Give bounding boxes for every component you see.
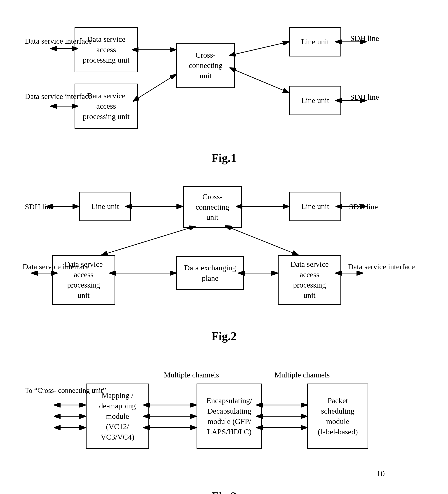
f1-lu1-box: Line unit	[289, 27, 341, 56]
svg-line-17	[230, 228, 298, 255]
fig1-label: Fig.1	[18, 151, 430, 165]
f3-multi1-label: Multiple channels	[164, 370, 219, 380]
f1-dsi1-label: Data service interface	[25, 36, 92, 46]
f2-dep-box: Data exchanging plane	[176, 256, 244, 290]
f1-dsi2-label: Data service interface	[25, 91, 92, 101]
f1-dsap1-box: Data service access processing unit	[75, 27, 138, 72]
badge-10: 10	[377, 469, 385, 478]
svg-line-6	[235, 42, 289, 54]
f2-dsap2-box: Data service access processing unit	[278, 255, 341, 305]
f2-sdh2-label: SDH line	[349, 202, 378, 212]
svg-line-5	[138, 74, 176, 98]
f3-multi2-label: Multiple channels	[274, 370, 330, 380]
f2-sdh1-label: SDH line	[25, 202, 54, 212]
fig3-section: Mapping / de-mapping module (VC12/ VC3/V…	[18, 357, 430, 494]
svg-line-16	[102, 228, 190, 255]
page: Data service access processing unit Data…	[0, 0, 448, 494]
f2-ccu-box: Cross- connecting unit	[183, 186, 242, 228]
f2-dsi1-label: Data service interface	[23, 262, 89, 272]
f1-sdh2-label: SDH line	[350, 92, 379, 102]
fig2-diagram: Line unit Cross- connecting unit Line un…	[18, 178, 430, 323]
fig1-diagram: Data service access processing unit Data…	[18, 13, 430, 145]
svg-line-7	[235, 70, 289, 93]
f2-lu2-box: Line unit	[289, 192, 341, 221]
f1-lu2-box: Line unit	[289, 86, 341, 115]
f1-dsap2-box: Data service access processing unit	[75, 84, 138, 129]
fig2-label: Fig.2	[18, 330, 430, 343]
f2-dsi2-label: Data service interface	[348, 262, 415, 272]
fig1-section: Data service access processing unit Data…	[18, 13, 430, 165]
f2-lu1-box: Line unit	[79, 192, 131, 221]
fig3-label: Fig.3	[18, 490, 430, 494]
f3-ccu-label: To “Cross- connecting unit”	[25, 386, 106, 395]
f1-ccu-box: Cross- connecting unit	[176, 43, 235, 88]
fig2-section: Line unit Cross- connecting unit Line un…	[18, 178, 430, 343]
f3-pkt-box: Packet scheduling module (label-based)	[307, 383, 368, 449]
f3-enc-box: Encapsulating/ Decapsulating module (GFP…	[197, 383, 262, 449]
f1-sdh1-label: SDH line	[350, 33, 379, 43]
fig3-diagram: Mapping / de-mapping module (VC12/ VC3/V…	[18, 357, 430, 483]
